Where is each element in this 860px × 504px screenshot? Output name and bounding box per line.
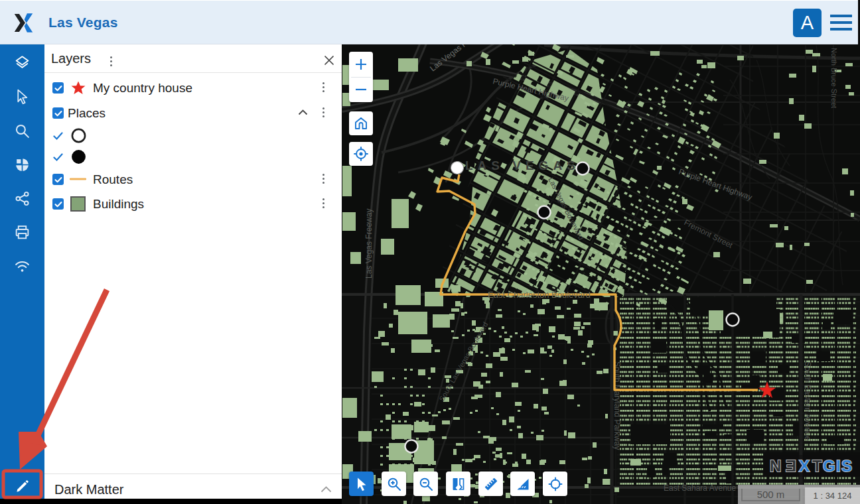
svg-text:Las Vegas Freeway: Las Vegas Freeway	[364, 209, 374, 279]
svg-text:North Bruce Street: North Bruce Street	[830, 48, 838, 108]
svg-text:X: X	[799, 457, 810, 475]
svg-text:E: E	[786, 457, 796, 475]
svg-text:N: N	[770, 457, 781, 475]
svg-text:East Charleston Boulevard: East Charleston Boulevard	[488, 290, 591, 300]
svg-text:I: I	[836, 457, 841, 475]
svg-text:LAS VEGAS: LAS VEGAS	[465, 158, 580, 172]
svg-text:East Sahara Avenue: East Sahara Avenue	[664, 483, 737, 493]
svg-text:T: T	[812, 457, 822, 475]
svg-text:S: S	[841, 457, 852, 475]
svg-text:G: G	[823, 457, 835, 475]
svg-text:South Eastern Avenue: South Eastern Avenue	[803, 361, 812, 441]
